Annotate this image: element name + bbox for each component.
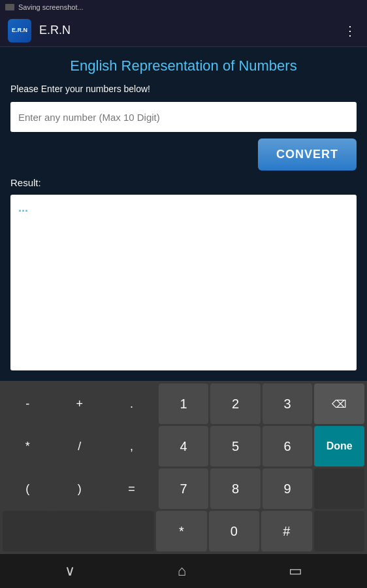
status-text: Saving screenshot... — [18, 3, 84, 11]
key-1[interactable]: 1 — [159, 384, 209, 424]
key-lparen[interactable]: ( — [3, 468, 53, 509]
subtitle: Please Enter your numbers below! — [10, 84, 357, 94]
recents-nav-icon[interactable]: ▭ — [283, 557, 308, 585]
key-backspace[interactable]: ⌫ — [314, 384, 364, 424]
key-7[interactable]: 7 — [159, 468, 209, 509]
keyboard-row-4: * 0 # — [3, 511, 364, 551]
convert-button[interactable]: CONVERT — [258, 139, 357, 171]
convert-row: CONVERT — [10, 139, 357, 171]
key-empty-l4 — [3, 511, 154, 551]
key-asterisk[interactable]: * — [156, 511, 206, 551]
key-empty-r4 — [314, 511, 364, 551]
key-equals[interactable]: = — [106, 468, 157, 509]
key-hash[interactable]: # — [261, 511, 311, 551]
result-box: ... — [10, 195, 357, 370]
key-5[interactable]: 5 — [210, 426, 261, 466]
key-3[interactable]: 3 — [263, 384, 313, 424]
key-rparen[interactable]: ) — [55, 468, 105, 509]
result-text: ... — [18, 201, 28, 214]
menu-icon[interactable]: ⋮ — [341, 20, 359, 41]
key-star[interactable]: * — [3, 426, 53, 466]
key-9[interactable]: 9 — [263, 468, 313, 509]
keyboard-row-2: * / , 4 5 6 Done — [3, 426, 364, 466]
app-title: E.R.N — [39, 24, 333, 37]
key-done[interactable]: Done — [314, 426, 364, 466]
back-nav-icon[interactable]: ∨ — [59, 557, 80, 585]
status-bar: Saving screenshot... — [0, 0, 367, 14]
key-slash[interactable]: / — [55, 426, 105, 466]
keyboard-row-3: ( ) = 7 8 9 — [3, 468, 364, 509]
home-nav-icon[interactable]: ⌂ — [172, 557, 191, 585]
number-input[interactable] — [10, 102, 357, 132]
app-bar: E.R.N E.R.N ⋮ — [0, 14, 367, 47]
status-icon — [5, 4, 14, 10]
main-content: English Representation of Numbers Please… — [0, 47, 367, 381]
app-logo: E.R.N — [8, 19, 31, 42]
key-comma[interactable]: , — [106, 426, 157, 466]
key-plus[interactable]: + — [55, 384, 105, 424]
key-6[interactable]: 6 — [263, 426, 313, 466]
nav-bar: ∨ ⌂ ▭ — [0, 554, 367, 588]
keyboard-row-1: - + . 1 2 3 ⌫ — [3, 384, 364, 424]
key-0[interactable]: 0 — [209, 511, 259, 551]
key-2[interactable]: 2 — [210, 384, 261, 424]
keyboard: - + . 1 2 3 ⌫ * / , 4 5 6 Done ( ) = 7 8… — [0, 381, 367, 554]
key-dot[interactable]: . — [106, 384, 157, 424]
key-4[interactable]: 4 — [159, 426, 209, 466]
key-empty-r3 — [314, 468, 364, 509]
page-title: English Representation of Numbers — [10, 57, 357, 74]
result-label: Result: — [10, 177, 357, 188]
key-minus[interactable]: - — [3, 384, 53, 424]
key-8[interactable]: 8 — [210, 468, 261, 509]
